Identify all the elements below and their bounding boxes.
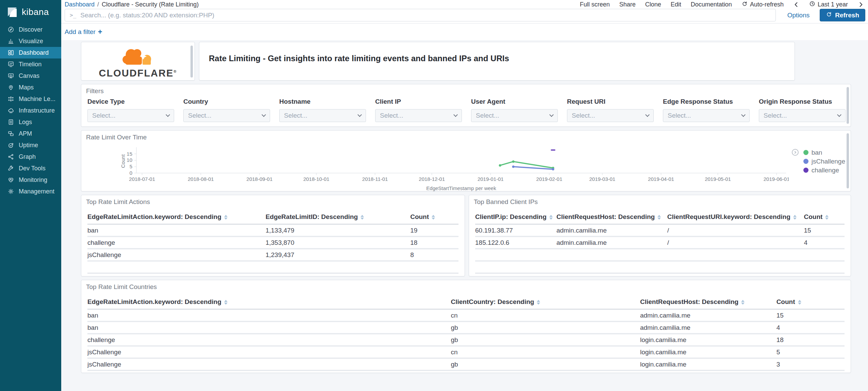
sidebar-item-graph[interactable]: Graph	[0, 151, 61, 163]
filter-select-edge-response-status[interactable]: Select...	[663, 109, 750, 122]
sidebar-item-machine-le[interactable]: Machine Le...	[0, 93, 61, 105]
table-cell: 18	[410, 237, 458, 249]
column-header-clientrequesthost[interactable]: ClientRequestHost: Descending	[640, 295, 777, 309]
menu-full-screen[interactable]: Full screen	[580, 1, 610, 8]
column-header-clientrequesthost[interactable]: ClientRequestHost: Descending	[556, 210, 667, 224]
column-header-count[interactable]: Count	[777, 295, 845, 309]
sidebar-item-dev-tools[interactable]: Dev Tools	[0, 163, 61, 174]
filter-label: User Agent	[471, 98, 567, 105]
graph-icon	[7, 153, 14, 160]
table-cell: jsChallenge	[87, 358, 451, 371]
table-row: bangbadmin.camilia.me4	[87, 322, 845, 334]
filter-field-request-uri: Request URISelect...	[567, 98, 663, 122]
column-header-label: EdgeRateLimitAction.keyword: Descending	[87, 213, 221, 220]
column-header-clientrequesturi-keyword[interactable]: ClientRequestURI.keyword: Descending	[667, 210, 804, 224]
sidebar-item-label: APM	[19, 130, 32, 137]
kibana-logo-icon	[7, 7, 18, 18]
table-cell: admin.camilia.me	[556, 224, 667, 237]
breadcrumb-dashboard-link[interactable]: Dashboard	[65, 1, 95, 8]
sidebar-item-canvas[interactable]: Canvas	[0, 70, 61, 82]
top-banned-client-ips-table: ClientIP.ip: DescendingClientRequestHost…	[475, 210, 845, 274]
legend-item-ban[interactable]: ban	[792, 149, 845, 156]
top-rate-limit-actions-panel: Top Rate Limit Actions EdgeRateLimitActi…	[81, 195, 465, 276]
column-header-label: ClientCountry: Descending	[451, 298, 534, 305]
table-cell: jsChallenge	[87, 249, 266, 261]
sidebar-item-discover[interactable]: Discover	[0, 24, 61, 35]
column-header-edgeratelimitid[interactable]: EdgeRateLimitID: Descending	[266, 210, 410, 224]
filter-bar: Add a filter +	[61, 23, 868, 40]
legend-expand-icon[interactable]	[792, 149, 799, 156]
timelion-icon	[7, 61, 14, 68]
legend-item-challenge[interactable]: challenge	[792, 166, 845, 174]
infrastructure-icon	[7, 107, 14, 114]
legend-color-dot	[803, 150, 808, 155]
menu-clone[interactable]: Clone	[645, 1, 661, 8]
column-header-count[interactable]: Count	[410, 210, 458, 224]
filter-select-country[interactable]: Select...	[183, 109, 270, 122]
time-picker[interactable]: Last 1 year	[809, 1, 848, 8]
sidebar-item-dashboard[interactable]: Dashboard	[0, 47, 61, 58]
search-input[interactable]	[80, 12, 771, 19]
menu-edit[interactable]: Edit	[671, 1, 681, 8]
sidebar-item-timelion[interactable]: Timelion	[0, 58, 61, 70]
refresh-button[interactable]: Refresh	[820, 9, 865, 21]
table-cell: 1,239,437	[266, 249, 410, 261]
breadcrumb: Dashboard / Cloudflare - Security (Rate …	[65, 1, 199, 8]
sidebar-item-monitoring[interactable]: Monitoring	[0, 174, 61, 186]
filter-select-origin-response-status[interactable]: Select...	[759, 109, 846, 122]
filter-select-hostname[interactable]: Select...	[279, 109, 366, 122]
chevron-down-icon	[741, 113, 746, 117]
sidebar-item-apm[interactable]: APM	[0, 128, 61, 139]
filter-select-request-uri[interactable]: Select...	[567, 109, 654, 122]
filter-select-user-agent[interactable]: Select...	[471, 109, 558, 122]
column-header-edgeratelimitaction-keyword[interactable]: EdgeRateLimitAction.keyword: Descending	[87, 210, 266, 224]
sidebar-item-uptime[interactable]: Uptime	[0, 139, 61, 151]
filter-select-device-type[interactable]: Select...	[87, 109, 174, 122]
rate-limit-over-time-panel: Rate Limit Over Time 051015Count2018-07-…	[81, 130, 851, 191]
sort-up-arrow	[825, 215, 829, 217]
chart-panel-scrollbar[interactable]	[847, 133, 849, 188]
sidebar-item-visualize[interactable]: Visualize	[0, 35, 61, 47]
kibana-logo[interactable]: kibana	[0, 0, 61, 20]
legend-item-jschallenge[interactable]: jsChallenge	[792, 157, 845, 165]
filter-label: Hostname	[279, 98, 375, 105]
menu-documentation[interactable]: Documentation	[691, 1, 732, 8]
column-header-label: EdgeRateLimitAction.keyword: Descending	[87, 298, 221, 305]
sidebar-item-maps[interactable]: Maps	[0, 82, 61, 93]
rate-limit-chart[interactable]: 051015Count2018-07-012018-08-012018-09-0…	[81, 141, 789, 192]
column-header-clientcountry[interactable]: ClientCountry: Descending	[451, 295, 640, 309]
svg-text:2019-01-01: 2019-01-01	[478, 176, 504, 182]
sidebar-item-label: Visualize	[19, 38, 43, 45]
time-prev-button[interactable]	[793, 1, 800, 8]
column-header-count[interactable]: Count	[804, 210, 845, 224]
legend-label: jsChallenge	[812, 158, 845, 165]
sidebar-item-management[interactable]: Management	[0, 186, 61, 197]
auto-refresh-button[interactable]: Auto-refresh	[741, 1, 784, 8]
menu-share[interactable]: Share	[619, 1, 636, 8]
column-header-label: ClientIP.ip: Descending	[475, 213, 547, 220]
data-table: EdgeRateLimitAction.keyword: DescendingC…	[87, 295, 845, 371]
panel-title: Filters	[86, 87, 104, 95]
svg-text:EdgeStartTimestamp per week: EdgeStartTimestamp per week	[426, 185, 496, 191]
sidebar-item-label: Management	[19, 188, 54, 195]
svg-text:2018-09-01: 2018-09-01	[247, 176, 273, 182]
breadcrumb-current: Cloudflare - Security (Rate Limiting)	[102, 1, 199, 8]
filter-select-client-ip[interactable]: Select...	[375, 109, 462, 122]
sidebar-item-label: Canvas	[19, 72, 39, 80]
filter-field-edge-response-status: Edge Response StatusSelect...	[663, 98, 759, 122]
discover-icon	[7, 26, 14, 33]
table-row: challengegblogin.camilia.me18	[87, 334, 845, 346]
sidebar-item-logs[interactable]: Logs	[0, 116, 61, 128]
table-cell: gb	[451, 322, 640, 334]
time-next-button[interactable]	[857, 1, 864, 8]
column-header-clientip-ip[interactable]: ClientIP.ip: Descending	[475, 210, 556, 224]
select-placeholder: Select...	[284, 112, 307, 119]
options-link[interactable]: Options	[787, 12, 809, 19]
sidebar-item-infrastructure[interactable]: Infrastructure	[0, 105, 61, 116]
filters-panel-scrollbar[interactable]	[847, 87, 849, 124]
logo-panel-scrollbar[interactable]	[190, 46, 193, 78]
column-header-edgeratelimitaction-keyword[interactable]: EdgeRateLimitAction.keyword: Descending	[87, 295, 451, 309]
add-filter-link[interactable]: Add a filter +	[65, 28, 102, 36]
chevron-down-icon	[262, 113, 266, 117]
svg-text:2018-08-01: 2018-08-01	[188, 176, 214, 182]
